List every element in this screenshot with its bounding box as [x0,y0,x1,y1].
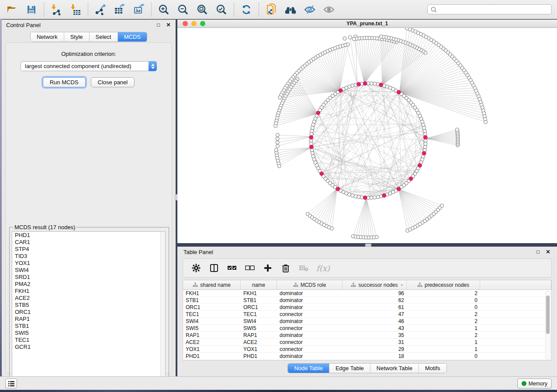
tab-network[interactable]: Network [31,32,64,41]
float-window-icon[interactable]: □ [535,249,541,255]
cell-shared-name[interactable]: PHD1 [183,353,241,359]
column-header-successor-nodes[interactable]: successor nodes⌄ [343,280,407,289]
cell-successor-nodes[interactable]: 29 [343,346,407,352]
refresh-icon[interactable] [240,3,253,16]
close-window-icon[interactable]: ✕ [166,22,171,28]
cell-successor-nodes[interactable]: 31 [343,339,407,345]
tab-style[interactable]: Style [64,32,90,41]
cell-predecessor-nodes[interactable]: 0 [407,353,480,359]
table-row-rap1[interactable]: RAP1RAP1dominator352 [183,332,551,339]
column-header-shared-name[interactable]: shared name [183,280,241,289]
tab-node-table[interactable]: Node Table [288,364,329,373]
cell-predecessor-nodes[interactable]: 2 [407,318,480,324]
add-column-icon[interactable] [263,263,273,273]
cell-predecessor-nodes[interactable]: 0 [407,297,480,303]
network-search-box[interactable] [427,4,552,14]
cell-shared-name[interactable]: YOX1 [183,346,241,352]
save-session-icon[interactable] [25,3,38,16]
network-node-mcds[interactable] [397,90,401,94]
tab-motifs[interactable]: Motifs [419,364,446,373]
cell-name[interactable]: PHD1 [241,353,277,359]
tab-mcds[interactable]: MCDS [118,32,147,41]
network-node-mcds[interactable] [422,151,426,155]
network-node[interactable] [330,227,334,230]
cell-shared-name[interactable]: ACE2 [183,339,241,345]
network-node[interactable] [278,96,282,99]
network-node[interactable] [375,235,378,239]
cell-predecessor-nodes[interactable]: 2 [407,311,480,317]
table-row-orc1[interactable]: ORC1ORC1dominator610 [183,304,551,311]
network-node[interactable] [376,195,380,199]
network-node-mcds[interactable] [423,135,427,139]
result-node-stb5[interactable]: STB5 [12,302,165,309]
cell-name[interactable]: TEC1 [241,311,277,317]
network-node-mcds[interactable] [379,83,383,87]
cell-MCDS-role[interactable]: dominator [277,332,343,338]
result-node-stp4[interactable]: STP4 [12,246,165,253]
cell-predecessor-nodes[interactable]: 2 [407,290,480,296]
network-node-mcds[interactable] [309,145,313,149]
select-all-checkbox-icon[interactable] [227,263,237,273]
network-node[interactable] [276,133,279,137]
result-node-swi5[interactable]: SWI5 [12,330,165,337]
network-node[interactable] [423,145,427,149]
network-node-mcds[interactable] [382,193,386,197]
search-neighbors-binoculars-icon[interactable] [284,3,297,16]
result-node-stb1[interactable]: STB1 [12,323,165,330]
cell-shared-name[interactable]: RAP1 [183,332,241,338]
table-row-swi4[interactable]: SWI4SWI4dominator462 [183,318,551,325]
table-row-yox1[interactable]: YOX1YOX1connector291 [183,346,551,353]
network-node[interactable] [379,35,383,38]
cell-predecessor-nodes[interactable]: 0 [407,304,480,310]
share-document-icon[interactable] [265,3,277,16]
network-node[interactable] [343,37,346,40]
cell-MCDS-role[interactable]: dominator [277,297,343,303]
network-window-titlebar[interactable]: YPA_prune.txt_1 [177,20,557,28]
zoom-fit-icon[interactable] [196,3,208,16]
column-header-MCDS-role[interactable]: MCDS role [277,280,343,289]
result-node-car1[interactable]: CAR1 [12,239,165,246]
search-input[interactable] [437,5,551,14]
close-window-icon[interactable]: ✕ [545,249,551,255]
zoom-in-icon[interactable] [158,3,170,16]
tab-edge-table[interactable]: Edge Table [329,364,370,373]
network-node[interactable] [352,37,356,41]
network-node-mcds[interactable] [409,177,413,181]
column-selector-icon[interactable] [209,263,219,273]
network-node[interactable] [311,126,314,130]
result-node-tec1[interactable]: TEC1 [12,337,165,344]
network-node[interactable] [276,144,279,148]
result-node-swi4[interactable]: SWI4 [12,267,165,274]
network-node[interactable] [357,195,360,199]
column-header-predecessor-nodes[interactable]: predecessor nodes [407,280,480,289]
cell-successor-nodes[interactable]: 47 [343,311,407,317]
cell-predecessor-nodes[interactable]: 1 [407,346,480,352]
cell-shared-name[interactable]: ORC1 [183,304,241,310]
memory-button[interactable]: Memory [517,378,552,389]
cell-MCDS-role[interactable]: connector [277,346,343,352]
network-node[interactable] [276,141,279,144]
network-node[interactable] [370,82,373,85]
cell-MCDS-role[interactable]: connector [277,339,343,345]
cell-successor-nodes[interactable]: 46 [343,318,407,324]
tab-select[interactable]: Select [90,32,118,41]
cell-predecessor-nodes[interactable]: 1 [407,325,480,331]
open-file-icon[interactable] [6,3,18,16]
cell-name[interactable]: FKH1 [241,290,277,296]
deselect-all-checkbox-icon[interactable] [245,263,255,273]
network-canvas[interactable] [177,28,557,243]
cell-predecessor-nodes[interactable]: 2 [407,332,480,338]
cell-MCDS-role[interactable]: dominator [277,353,343,359]
network-node-mcds[interactable] [363,82,367,86]
hide-selected-eye-icon[interactable] [304,3,316,16]
cell-predecessor-nodes[interactable]: 1 [407,339,480,345]
network-node-mcds[interactable] [357,82,361,86]
task-history-button[interactable] [5,378,17,389]
import-network-icon[interactable] [50,3,62,16]
import-table-icon[interactable] [69,3,82,16]
cell-name[interactable]: SWI4 [241,318,277,324]
tab-network-table[interactable]: Network Table [370,364,419,373]
network-node-mcds[interactable] [363,196,367,199]
cell-name[interactable]: ORC1 [241,304,277,310]
table-row-stb1[interactable]: STB1STB1dominator620 [183,297,551,304]
